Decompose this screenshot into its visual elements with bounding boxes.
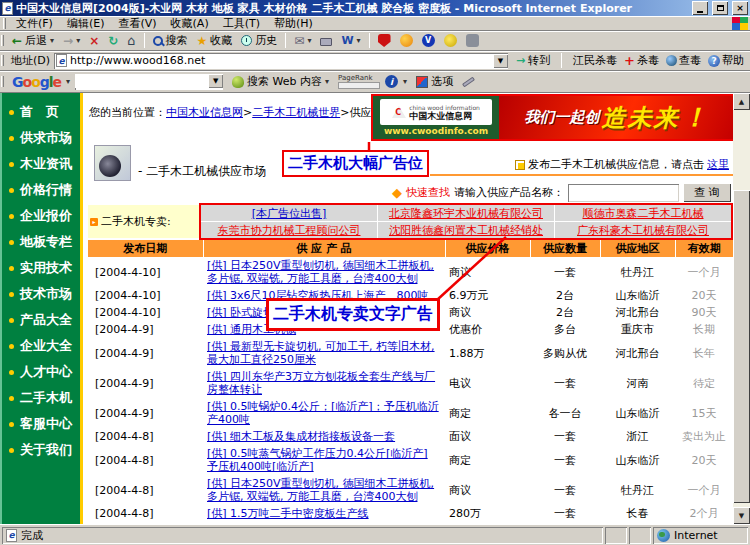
addon-shield-button[interactable] <box>374 32 395 50</box>
stop-button[interactable]: × <box>85 32 103 50</box>
scroll-down-button[interactable]: ▼ <box>733 507 750 524</box>
product-link[interactable]: [供] 日本250V重型刨切机, 德国细木工拼板机, 多片锯, 双端铣, 万能工… <box>207 259 434 285</box>
refresh-button[interactable]: ↻ <box>104 32 122 50</box>
breadcrumb-link-section[interactable]: 二手木工机械世界 <box>252 106 340 119</box>
product-link[interactable]: [供] 细木工板及集成材指接板设备一套 <box>207 430 395 443</box>
sidebar-item[interactable]: 二手木机 <box>2 385 80 411</box>
sidebar-item[interactable]: 木业资讯 <box>2 151 80 177</box>
sidebar-item[interactable]: 企业大全 <box>2 333 80 359</box>
product-search-input[interactable] <box>568 184 679 202</box>
section-icon <box>94 145 131 181</box>
sidebar-item[interactable]: 地板专栏 <box>2 229 80 255</box>
publish-here-link[interactable]: 这里 <box>707 157 729 172</box>
forward-dropdown-icon[interactable]: ▾ <box>76 36 80 45</box>
close-button[interactable]: × <box>732 1 748 15</box>
history-button[interactable]: 历史 <box>237 32 281 50</box>
dealer-link[interactable]: 沈阳胜德鑫闲置木工机械经销处 <box>378 222 554 238</box>
av-help-button[interactable]: ? 帮助 <box>708 53 744 68</box>
addon-box-button[interactable] <box>462 32 483 50</box>
highlighter-icon[interactable] <box>462 76 475 87</box>
listing-quantity: 一套 <box>530 368 600 398</box>
edit-button[interactable]: W ▾ <box>337 32 364 50</box>
toolbar-grip[interactable] <box>1 35 4 46</box>
back-dropdown-icon[interactable]: ▾ <box>50 36 54 45</box>
back-button[interactable]: ← 后退 ▾ <box>8 32 58 50</box>
dealer-link[interactable]: 顺德市奥森二手木工机械 <box>555 205 731 221</box>
sidebar-item[interactable]: 人才中心 <box>2 359 80 385</box>
triangle-logo-icon: C <box>392 106 406 118</box>
search-button[interactable]: 搜索 <box>149 32 192 50</box>
dealer-link[interactable]: [本广告位出售] <box>201 205 377 221</box>
menu-item[interactable]: 帮助(H) <box>267 16 320 31</box>
vertical-scrollbar[interactable]: ▲ ▼ <box>733 93 750 524</box>
product-link[interactable]: [供] 日本250V重型刨切机, 德国细木工拼板机, 多片锯, 双端铣, 万能工… <box>207 477 434 503</box>
address-combo[interactable]: e ▼ <box>54 53 508 69</box>
banner-ad[interactable]: C china wood information 中国木业信息网 www.cwo… <box>371 94 733 141</box>
edit-dropdown-icon[interactable]: ▾ <box>357 36 361 45</box>
history-icon <box>241 35 252 46</box>
toolbar-grip[interactable] <box>1 76 4 87</box>
info-icon[interactable]: i <box>385 75 398 88</box>
mail-button[interactable]: ✉ ▾ <box>290 32 315 50</box>
sidebar-item[interactable]: 企业报价 <box>2 203 80 229</box>
google-search-button[interactable]: 搜索 Web 内容 ▾ <box>228 73 333 91</box>
section-title: - 二手木工机械供应市场 <box>138 163 266 180</box>
addon-v-button[interactable]: V <box>418 32 439 50</box>
product-link[interactable]: [供] 1.5万吨二手中密度板生产线 <box>207 507 369 520</box>
breadcrumb-link-home[interactable]: 中国木业信息网 <box>166 106 243 119</box>
sidebar-item[interactable]: 客服中心 <box>2 411 80 437</box>
bullet-icon <box>9 136 14 141</box>
sidebar-item[interactable]: 产品大全 <box>2 307 80 333</box>
search-options-dropdown-icon[interactable]: ▾ <box>325 77 329 86</box>
forward-button[interactable]: → ▾ <box>59 32 84 50</box>
sidebar-item[interactable]: 价格行情 <box>2 177 80 203</box>
menu-item[interactable]: 编辑(E) <box>60 16 112 31</box>
site-logo: C china wood information 中国木业信息网 <box>380 99 492 125</box>
product-link[interactable]: [供] 0.5吨蒸气锅炉工作压力0.4公斤[临沂产] 予压机400吨[临沂产] <box>207 447 428 473</box>
menu-item[interactable]: 工具(T) <box>216 16 267 31</box>
toolbar-grip[interactable] <box>1 55 4 66</box>
address-input[interactable] <box>70 54 490 68</box>
sidebar-item[interactable]: 技术市场 <box>2 281 80 307</box>
google-search-dropdown-icon[interactable]: ▼ <box>208 74 223 88</box>
sidebar-item[interactable]: 关于我们 <box>2 437 80 463</box>
sidebar-item-label: 木业资讯 <box>20 155 72 173</box>
toolbar-grip[interactable] <box>3 18 6 29</box>
address-dropdown-icon[interactable]: ▼ <box>493 54 508 68</box>
menu-item[interactable]: 收藏(A) <box>164 16 216 31</box>
addon-disc-button[interactable] <box>440 32 461 50</box>
scrollbar-thumb[interactable] <box>733 190 750 503</box>
product-link[interactable]: [供] 四川东华产3万立方刨花板全套生产线与厂房整体转让 <box>207 370 435 396</box>
dealer-link[interactable]: 广东科豪木工机械有限公司 <box>555 222 731 238</box>
google-search-input[interactable] <box>75 74 208 88</box>
av-check-button[interactable]: 查毒 <box>666 53 701 68</box>
print-button[interactable] <box>316 32 336 50</box>
dealer-link[interactable]: 东莞市协力机械工程顾问公司 <box>201 222 377 238</box>
home-button[interactable]: ⌂ <box>123 32 139 50</box>
av-scan-button[interactable]: + 杀毒 <box>624 53 659 68</box>
product-link[interactable]: [供] 0.5吨锅炉0.4公斤；[临沂产]；予压机临沂产400吨 <box>207 400 439 426</box>
google-dropdown-icon[interactable]: ▾ <box>66 77 70 86</box>
addon-messenger-button[interactable] <box>396 32 417 50</box>
menu-item[interactable]: 文件(F) <box>9 16 60 31</box>
mail-dropdown-icon[interactable]: ▾ <box>307 36 311 45</box>
frog-icon <box>232 76 244 88</box>
antivirus-toolbar: 江民杀毒 + 杀毒 查毒 ? 帮助 <box>569 53 748 68</box>
info-dropdown-icon[interactable]: ▾ <box>403 77 407 86</box>
minimize-button[interactable] <box>692 1 708 15</box>
listing-price: 面议 <box>445 428 530 445</box>
dealer-link[interactable]: 北京隆鑫环宇木业机械有限公司 <box>378 205 554 221</box>
restore-button[interactable] <box>712 1 728 15</box>
google-options-button[interactable]: 选项 <box>412 73 457 91</box>
go-button[interactable]: → 转到 <box>512 52 554 70</box>
sidebar-item[interactable]: 供求市场 <box>2 125 80 151</box>
sidebar-item[interactable]: 首 页 <box>2 99 80 125</box>
favorites-button[interactable]: ★ 收藏 <box>193 32 237 50</box>
google-logo[interactable]: Google <box>12 74 61 90</box>
product-link[interactable]: [供] 最新型无卡旋切机, 可加工干, 朽等旧木材, 最大加工直径250厘米 <box>207 340 435 366</box>
av-brand-label: 江民杀毒 <box>573 53 617 68</box>
sidebar-item[interactable]: 实用技术 <box>2 255 80 281</box>
scroll-up-button[interactable]: ▲ <box>733 93 750 110</box>
query-button[interactable]: 查 询 <box>683 183 731 202</box>
menu-item[interactable]: 查看(V) <box>111 16 163 31</box>
